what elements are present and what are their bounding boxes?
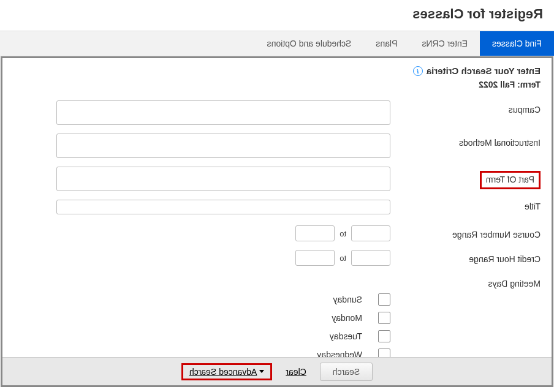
- title-input[interactable]: [56, 200, 390, 214]
- campus-input[interactable]: [56, 100, 390, 125]
- label-instructional-methods: Instructional Methods: [390, 134, 541, 148]
- label-part-of-term: Part Of Term: [390, 167, 541, 189]
- row-course-number-range: Course Number Range to: [13, 225, 541, 241]
- course-number-to[interactable]: [295, 225, 335, 241]
- part-of-term-input[interactable]: [56, 167, 390, 191]
- bottom-bar: Search Clear Advanced Search: [2, 357, 552, 385]
- day-row-tuesday: Tuesday: [13, 330, 541, 342]
- range-sep-2: to: [340, 254, 346, 263]
- row-instructional-methods: Instructional Methods: [13, 134, 541, 158]
- tab-enter-crns[interactable]: Enter CRNs: [409, 31, 480, 56]
- day-label-sunday: Sunday: [333, 295, 362, 304]
- label-campus: Campus: [390, 100, 541, 115]
- day-row-monday: Monday: [13, 312, 541, 324]
- range-sep-1: to: [340, 229, 346, 238]
- term-value: Fall 2022: [479, 80, 515, 89]
- row-campus: Campus: [13, 100, 541, 125]
- row-title: Title: [13, 200, 541, 214]
- tabs-bar: Find Classes Enter CRNs Plans Schedule a…: [0, 31, 554, 56]
- clear-link[interactable]: Clear: [286, 367, 306, 377]
- criteria-heading: Enter Your Search Criteria i: [13, 66, 541, 76]
- day-row-sunday: Sunday: [13, 293, 541, 306]
- course-number-from[interactable]: [351, 225, 390, 241]
- label-title: Title: [390, 200, 541, 211]
- credit-hour-from[interactable]: [351, 250, 390, 266]
- criteria-heading-text: Enter Your Search Criteria: [427, 66, 541, 76]
- search-panel: Enter Your Search Criteria i Term: Fall …: [1, 56, 553, 387]
- checkbox-monday[interactable]: [378, 312, 390, 324]
- advanced-search-link[interactable]: Advanced Search: [189, 367, 257, 377]
- advanced-search-wrap: Advanced Search: [181, 363, 273, 380]
- tab-schedule-options[interactable]: Schedule and Options: [255, 31, 364, 56]
- checkbox-tuesday[interactable]: [378, 330, 390, 342]
- form-area: Campus Instructional Methods Part Of Ter…: [13, 98, 541, 361]
- term-line: Term: Fall 2022: [13, 80, 541, 89]
- instructional-methods-input[interactable]: [56, 134, 390, 158]
- row-part-of-term: Part Of Term: [13, 167, 541, 191]
- row-credit-hour-range: Credit Hour Range to: [13, 250, 541, 266]
- day-label-tuesday: Tuesday: [330, 331, 362, 341]
- checkbox-sunday[interactable]: [378, 293, 390, 306]
- label-course-number-range: Course Number Range: [390, 225, 541, 239]
- tab-find-classes[interactable]: Find Classes: [480, 31, 554, 56]
- tab-plans[interactable]: Plans: [363, 31, 409, 56]
- term-prefix: Term:: [517, 80, 541, 89]
- day-label-monday: Monday: [332, 313, 362, 323]
- label-credit-hour-range: Credit Hour Range: [390, 250, 541, 264]
- credit-hour-to[interactable]: [295, 250, 335, 266]
- search-button[interactable]: Search: [320, 363, 373, 381]
- caret-down-icon: [259, 370, 264, 373]
- label-part-of-term-text: Part Of Term: [480, 171, 541, 189]
- info-icon[interactable]: i: [413, 66, 423, 76]
- page-title: Register for Classes: [0, 0, 554, 31]
- label-meeting-days: Meeting Days: [390, 274, 541, 288]
- row-meeting-days: Meeting Days: [13, 274, 541, 288]
